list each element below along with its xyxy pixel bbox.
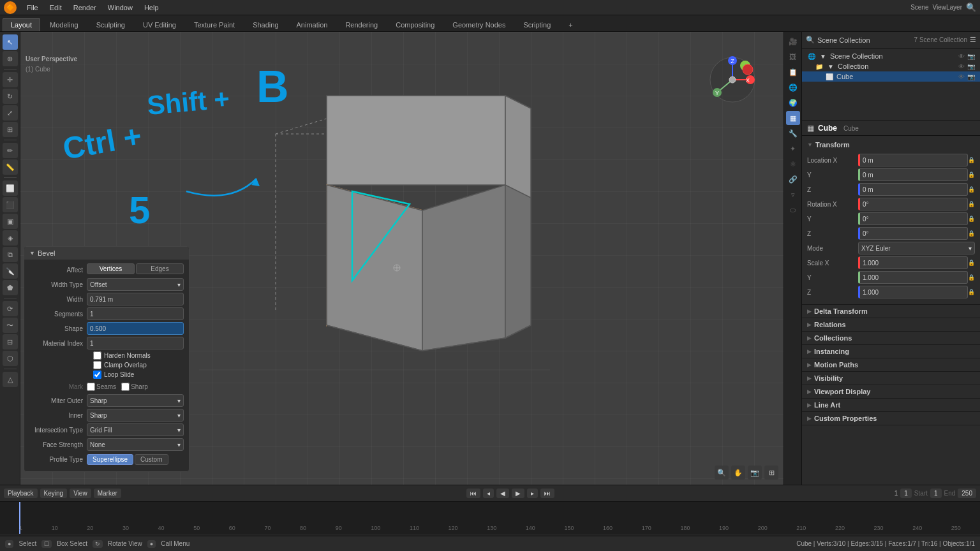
instancing-header[interactable]: ▶ Instancing [802,345,980,358]
scale-z-field[interactable]: 1.000 [858,286,968,298]
scene-collection-camera[interactable]: 📷 [967,53,975,60]
next-frame-btn[interactable]: ▸ [527,489,538,498]
outliner-filter-icon[interactable]: ☰ [970,36,976,44]
prop-scene-icon[interactable]: 🌐 [786,80,800,94]
menu-window[interactable]: Window [103,3,138,13]
navigation-gizmo[interactable]: X Y Z [707,54,764,112]
tab-texture-paint[interactable]: Texture Paint [186,18,243,31]
prop-view-layer-icon[interactable]: 📋 [786,65,800,79]
harden-normals-checkbox[interactable] [93,351,101,360]
scene-collection-expand[interactable]: ▼ [819,53,828,60]
motion-paths-header[interactable]: ▶ Motion Paths [802,358,980,371]
tool-measure[interactable]: 📏 [3,159,18,175]
menu-help[interactable]: Help [139,3,164,13]
sharp-checkbox[interactable] [121,383,130,391]
line-art-header[interactable]: ▶ Line Art [802,399,980,411]
rotation-y-lock[interactable]: 🔒 [968,216,975,222]
tab-animation[interactable]: Animation [288,18,336,31]
rotation-x-lock[interactable]: 🔒 [968,201,975,207]
loop-slide-checkbox[interactable] [93,371,101,379]
prop-object-icon[interactable]: ▦ [786,111,800,125]
tab-modeling[interactable]: Modeling [41,18,87,31]
relations-header[interactable]: ▶ Relations [802,318,980,331]
outliner-search-icon[interactable]: 🔍 [806,36,815,44]
clamp-overlap-checkbox[interactable] [93,361,101,369]
width-field[interactable]: 0.791 m [87,293,184,305]
rotation-mode-field[interactable]: XYZ Euler ▾ [858,242,975,254]
location-y-field[interactable]: 0 m [858,168,968,181]
collection-expand[interactable]: ▼ [826,63,835,70]
inner-select[interactable]: Sharp ▾ [87,409,184,422]
scale-z-lock[interactable]: 🔒 [968,289,975,295]
tab-uv-editing[interactable]: UV Editing [135,18,184,31]
custom-props-header[interactable]: ▶ Custom Properties [802,412,980,425]
profile-custom-btn[interactable]: Custom [135,454,168,465]
rotation-z-lock[interactable]: 🔒 [968,230,975,237]
prop-material-icon[interactable]: ⬭ [786,203,800,217]
timeline-playback-menu[interactable]: Playback [4,489,38,498]
prop-particles-icon[interactable]: ✦ [786,142,800,156]
miter-outer-select[interactable]: Sharp ▾ [87,394,184,407]
tool-scale[interactable]: ⤢ [3,105,18,121]
menu-render[interactable]: Render [68,3,101,13]
prop-data-icon[interactable]: ▿ [786,187,800,202]
collection-camera[interactable]: 📷 [967,63,975,70]
tool-loop-cut[interactable]: ⧉ [3,247,18,262]
tool-spin[interactable]: ⟳ [3,301,18,316]
search-icon[interactable]: 🔍 [966,3,976,12]
scale-y-lock[interactable]: 🔒 [968,274,975,281]
prop-constraints-icon[interactable]: 🔗 [786,172,800,186]
tab-layout[interactable]: Layout [3,18,40,31]
tool-shrink[interactable]: ⊟ [3,334,18,349]
location-z-field[interactable]: 0 m [858,183,968,196]
tool-bevel[interactable]: ◈ [3,230,18,246]
segments-field[interactable]: 1 [87,307,184,320]
affect-edges-btn[interactable]: Edges [136,263,184,274]
prop-output-icon[interactable]: 🖼 [786,50,800,64]
tool-shear[interactable]: ⬡ [3,351,18,366]
scene-collection-eye[interactable]: 👁 [958,53,965,60]
tool-poly-build[interactable]: ⬟ [3,280,18,295]
prop-modifier-icon[interactable]: 🔧 [786,126,800,140]
width-type-select[interactable]: Offset ▾ [87,278,184,291]
jump-start-btn[interactable]: ⏮ [466,489,480,498]
collection-eye[interactable]: 👁 [958,63,965,70]
face-strength-select[interactable]: None ▾ [87,438,184,451]
prev-frame-btn[interactable]: ◂ [483,489,494,498]
scale-x-lock[interactable]: 🔒 [968,260,975,266]
timeline-view-menu[interactable]: View [70,489,91,498]
tool-rotate[interactable]: ↻ [3,89,18,104]
outliner-scene-collection[interactable]: 🌐 ▼ Scene Collection 👁 📷 [802,51,980,61]
tab-geometry-nodes[interactable]: Geometry Nodes [444,18,514,31]
timeline-marker-menu[interactable]: Marker [94,489,121,498]
tool-transform[interactable]: ⊞ [3,122,18,137]
tab-rendering[interactable]: Rendering [337,18,386,31]
prop-render-icon[interactable]: 🎥 [786,34,800,48]
tool-smooth[interactable]: 〜 [3,318,18,333]
tool-add-cube[interactable]: ⬜ [3,180,18,196]
seams-checkbox[interactable] [87,383,95,391]
profile-superellipse-btn[interactable]: Superellipse [87,454,133,465]
play-btn[interactable]: ▶ [512,489,524,498]
camera-btn[interactable]: 📷 [748,466,762,480]
start-frame-field[interactable]: 1 [930,489,942,498]
tab-compositing[interactable]: Compositing [387,18,443,31]
grid-btn[interactable]: ⊞ [764,466,778,480]
status-box-btn[interactable]: ☐ [41,540,52,548]
frame-current-field[interactable]: 1 [900,489,912,498]
prop-physics-icon[interactable]: ⚛ [786,157,800,171]
bevel-panel-header[interactable]: ▼ Bevel [24,247,189,260]
tab-scripting[interactable]: Scripting [515,18,559,31]
end-frame-field[interactable]: 250 [958,489,976,498]
location-y-lock[interactable]: 🔒 [968,172,975,178]
tab-shading[interactable]: Shading [244,18,286,31]
status-rmb-btn[interactable]: ● [147,540,156,548]
shape-field[interactable]: 0.500 [87,322,184,335]
collections-header[interactable]: ▶ Collections [802,332,980,344]
visibility-header[interactable]: ▶ Visibility [802,372,980,385]
jump-end-btn[interactable]: ⏭ [540,489,554,498]
tool-extrude[interactable]: ⬛ [3,197,18,212]
timeline-ruler[interactable]: 1 10 20 30 40 50 60 70 80 90 100 110 120… [0,502,980,534]
tool-move[interactable]: ✛ [3,72,18,87]
scale-y-field[interactable]: 1.000 [858,271,968,284]
